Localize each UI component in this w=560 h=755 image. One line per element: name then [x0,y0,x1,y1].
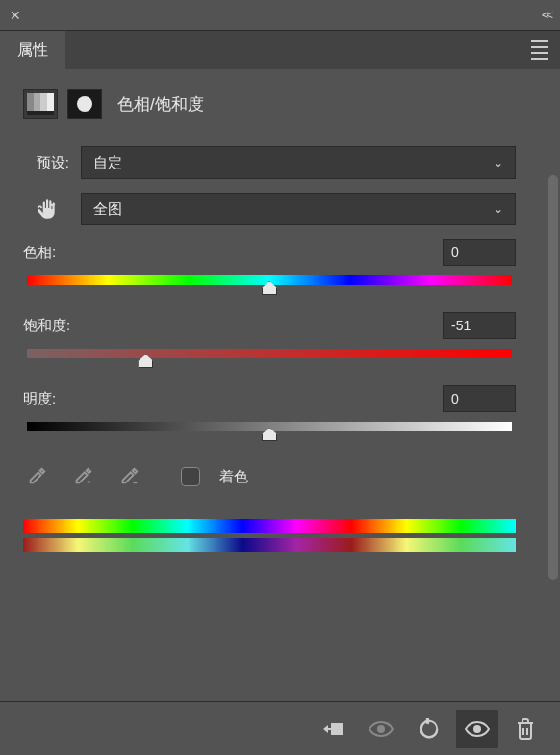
eyedropper-icon[interactable] [23,463,50,490]
panel-menu-icon[interactable] [520,31,560,69]
svg-rect-0 [331,723,343,735]
hue-slider[interactable] [27,275,512,293]
collapse-icon[interactable]: << [542,8,550,22]
scrollbar[interactable] [548,175,558,580]
preset-value: 自定 [93,154,122,172]
targeted-adjustment-icon[interactable] [23,196,69,221]
panel-title: 色相/饱和度 [117,93,204,116]
view-previous-icon[interactable] [360,710,402,748]
svg-point-2 [474,726,480,732]
channel-value: 全图 [93,200,122,219]
tab-properties[interactable]: 属性 [0,31,65,69]
saturation-value-input[interactable]: -51 [443,312,516,339]
hue-value-input[interactable]: 0 [443,239,516,266]
layer-mask-icon[interactable] [67,89,102,119]
colorize-checkbox[interactable] [181,467,200,486]
svg-point-1 [378,726,384,732]
toggle-visibility-icon[interactable] [456,710,498,748]
eyedropper-subtract-icon[interactable] [115,463,142,490]
preset-label: 预设: [23,154,69,172]
channel-dropdown[interactable]: 全图 ⌄ [81,193,516,225]
preset-dropdown[interactable]: 自定 ⌄ [81,146,516,179]
close-icon[interactable]: ✕ [10,8,21,23]
saturation-label: 饱和度: [23,317,70,335]
colorize-label: 着色 [219,468,248,486]
chevron-down-icon: ⌄ [494,202,503,216]
chevron-down-icon: ⌄ [494,156,503,169]
lightness-value-input[interactable]: 0 [443,385,516,412]
hue-label: 色相: [23,244,56,262]
clip-to-layer-icon[interactable] [312,710,354,748]
lightness-label: 明度: [23,390,56,408]
delete-icon[interactable] [504,710,547,748]
saturation-slider[interactable] [27,349,512,366]
tabbar-spacer [65,31,520,69]
input-color-bar [23,519,516,533]
output-color-bar [23,538,516,552]
adjustment-type-icon [23,89,58,119]
eyedropper-add-icon[interactable] [69,463,96,490]
reset-icon[interactable] [408,710,450,748]
lightness-slider[interactable] [27,422,512,439]
